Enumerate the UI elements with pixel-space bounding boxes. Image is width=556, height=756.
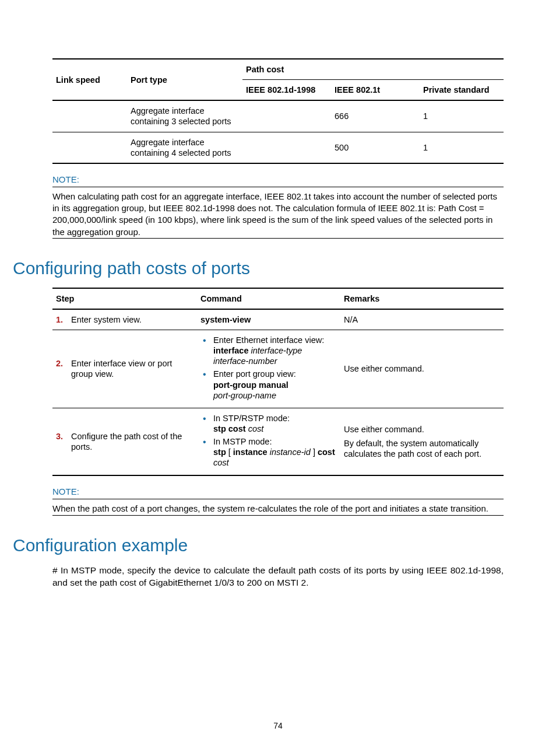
step-text: Enter system view. bbox=[71, 314, 188, 325]
list-item: Enter port group view: port-group manual… bbox=[200, 369, 337, 400]
step-number: 1. bbox=[56, 314, 69, 325]
table-row: Aggregate interface containing 4 selecte… bbox=[52, 132, 504, 163]
col-ieee1998: IEEE 802.1d-1998 bbox=[246, 85, 315, 94]
note-block: NOTE: When calculating path cost for an … bbox=[52, 174, 504, 239]
cell: 666 bbox=[331, 100, 420, 132]
note-label: NOTE: bbox=[52, 487, 504, 499]
remarks-text: Use either command. bbox=[344, 424, 500, 435]
cell: 1 bbox=[420, 100, 504, 132]
note-block: NOTE: When the path cost of a port chang… bbox=[52, 487, 504, 515]
table-row: 3. Configure the path cost of the ports.… bbox=[52, 408, 504, 475]
cell bbox=[242, 100, 331, 132]
list-item: Enter Ethernet interface view: interface… bbox=[200, 335, 337, 366]
remarks-text: N/A bbox=[344, 315, 358, 324]
table-row: Link speed Port type Path cost bbox=[52, 59, 504, 80]
remarks-text: By default, the system automatically cal… bbox=[344, 438, 500, 459]
steps-table: Step Command Remarks 1. Enter system vie… bbox=[52, 288, 504, 477]
step-number: 3. bbox=[56, 431, 69, 442]
path-cost-table: Link speed Port type Path cost IEEE 802.… bbox=[52, 58, 504, 164]
page-number: 74 bbox=[0, 721, 556, 730]
note-body: When the path cost of a port changes, th… bbox=[52, 499, 504, 515]
list-item: In MSTP mode: stp [ instance instance-id… bbox=[200, 436, 337, 468]
table-row: 1. Enter system view. system-view N/A bbox=[52, 309, 504, 330]
cell bbox=[242, 132, 331, 163]
section-heading: Configuration example bbox=[13, 536, 504, 555]
command-list: Enter Ethernet interface view: interface… bbox=[200, 335, 337, 401]
step-text: Enter interface view or port group view. bbox=[71, 358, 188, 379]
body-paragraph: # In MSTP mode, specify the device to ca… bbox=[52, 565, 504, 589]
col-ieee1t: IEEE 802.1t bbox=[335, 85, 380, 94]
table-row: 2. Enter interface view or port group vi… bbox=[52, 330, 504, 408]
note-label: NOTE: bbox=[52, 174, 504, 187]
note-body: When calculating path cost for an aggreg… bbox=[52, 187, 504, 239]
section-heading: Configuring path costs of ports bbox=[13, 258, 504, 278]
list-item: In STP/RSTP mode: stp cost cost bbox=[200, 413, 337, 434]
cell: Aggregate interface containing 3 selecte… bbox=[127, 100, 242, 132]
remarks-text: Use either command. bbox=[344, 364, 424, 373]
table-row: Aggregate interface containing 3 selecte… bbox=[52, 100, 504, 132]
step-text: Configure the path cost of the ports. bbox=[71, 431, 188, 452]
cell: Aggregate interface containing 4 selecte… bbox=[127, 132, 242, 163]
col-porttype: Port type bbox=[131, 75, 167, 85]
col-pathcost: Path cost bbox=[246, 65, 284, 74]
step-number: 2. bbox=[56, 358, 69, 369]
col-linkspeed: Link speed bbox=[56, 75, 100, 85]
col-command: Command bbox=[200, 294, 242, 303]
cell: 500 bbox=[331, 132, 420, 163]
cell: 1 bbox=[420, 132, 504, 163]
command-list: In STP/RSTP mode: stp cost cost In MSTP … bbox=[200, 413, 337, 468]
col-remarks: Remarks bbox=[344, 294, 379, 303]
table-row: Step Command Remarks bbox=[52, 288, 504, 309]
col-private: Private standard bbox=[423, 85, 490, 94]
command-text: system-view bbox=[200, 315, 251, 324]
col-step: Step bbox=[56, 294, 74, 303]
